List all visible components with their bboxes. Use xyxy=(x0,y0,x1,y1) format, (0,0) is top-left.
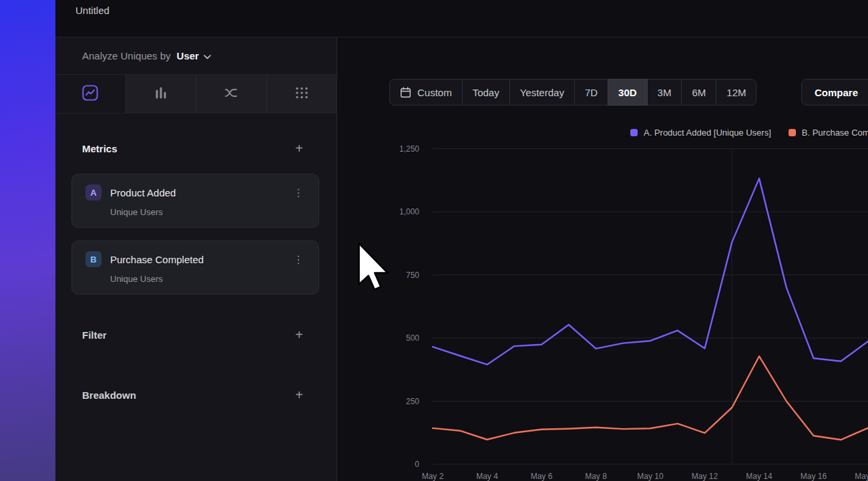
svg-text:May 16: May 16 xyxy=(801,472,827,481)
metrics-title: Metrics xyxy=(82,143,118,154)
compare-label: Compare xyxy=(815,87,858,98)
legend-item[interactable]: B. Purchase Completed [Unique Users] xyxy=(789,128,868,138)
analyze-label: Analyze Uniques by xyxy=(82,50,171,61)
add-metric-button[interactable]: + xyxy=(292,142,306,155)
svg-text:May 2: May 2 xyxy=(422,472,444,481)
kebab-menu-icon[interactable]: ⋮ xyxy=(288,186,309,199)
svg-text:500: 500 xyxy=(406,333,419,343)
svg-text:May 4: May 4 xyxy=(476,472,498,481)
legend-item[interactable]: A. Product Added [Unique Users] xyxy=(630,128,771,138)
svg-text:1,000: 1,000 xyxy=(399,207,419,216)
date-range-custom[interactable]: Custom xyxy=(389,79,463,106)
metric-title: Product Added xyxy=(110,187,288,198)
sidebar-section-header: Filter + xyxy=(55,327,337,343)
chevron-down-icon xyxy=(204,50,211,62)
retention-icon xyxy=(294,86,309,103)
sidebar-section-title: Filter xyxy=(82,329,107,341)
metric-card-list: A Product Added ⋮ Unique Users B Purchas… xyxy=(71,174,319,295)
report-title[interactable]: Untitled xyxy=(75,5,110,16)
svg-text:750: 750 xyxy=(406,271,419,280)
metric-subtitle: Unique Users xyxy=(110,207,309,217)
chart-legend: A. Product Added [Unique Users]B. Purcha… xyxy=(630,128,868,138)
svg-text:May 14: May 14 xyxy=(746,472,773,481)
legend-swatch xyxy=(789,129,796,136)
date-range-today[interactable]: Today xyxy=(462,79,510,106)
svg-text:0: 0 xyxy=(415,460,419,469)
svg-text:May 10: May 10 xyxy=(637,472,664,481)
insights-icon xyxy=(81,84,99,104)
sidebar-section-title: Breakdown xyxy=(82,389,136,401)
date-range-3m[interactable]: 3M xyxy=(647,79,682,106)
tab-funnels[interactable] xyxy=(126,75,196,113)
svg-text:1,250: 1,250 xyxy=(399,144,419,154)
svg-text:May 12: May 12 xyxy=(692,472,718,481)
tab-insights[interactable] xyxy=(55,75,126,113)
main-panel: 02505007501,0001,250May 2May 4May 6May 8… xyxy=(337,37,868,481)
legend-label: B. Purchase Completed [Unique Users] xyxy=(802,128,868,138)
metric-letter-badge: B xyxy=(85,251,101,267)
legend-label: A. Product Added [Unique Users] xyxy=(644,128,771,138)
sidebar-section-header: Breakdown + xyxy=(55,387,337,403)
metric-letter-badge: A xyxy=(85,184,101,200)
add-filter-button[interactable]: + xyxy=(292,328,306,341)
flows-icon xyxy=(224,86,238,103)
compare-button[interactable]: Compare xyxy=(801,79,868,106)
funnels-icon xyxy=(154,86,168,103)
analyze-entity-dropdown[interactable]: User xyxy=(177,50,211,62)
analyze-entity-value: User xyxy=(177,50,199,61)
metric-card[interactable]: B Purchase Completed ⋮ Unique Users xyxy=(71,240,319,295)
legend-swatch xyxy=(630,129,638,136)
metric-card[interactable]: A Product Added ⋮ Unique Users xyxy=(71,174,319,228)
sidebar: Analyze Uniques by User Metrics + A Prod… xyxy=(55,37,337,481)
metrics-section-header: Metrics + xyxy=(55,140,337,156)
date-range-12m[interactable]: 12M xyxy=(716,79,756,106)
svg-text:May 18: May 18 xyxy=(855,472,868,481)
date-range-6m[interactable]: 6M xyxy=(681,79,716,106)
tab-flows[interactable] xyxy=(196,75,266,113)
add-breakdown-button[interactable]: + xyxy=(292,388,306,402)
metric-subtitle: Unique Users xyxy=(110,274,309,284)
svg-text:May 6: May 6 xyxy=(531,472,553,481)
svg-text:250: 250 xyxy=(406,397,419,406)
date-range-7d[interactable]: 7D xyxy=(574,79,608,106)
svg-text:May 8: May 8 xyxy=(585,472,607,481)
top-header: Untitled xyxy=(55,0,868,37)
date-range-30d[interactable]: 30D xyxy=(608,79,648,106)
kebab-menu-icon[interactable]: ⋮ xyxy=(288,253,309,266)
date-range-selector: CustomTodayYesterday7D30D3M6M12M xyxy=(389,79,756,106)
calendar-icon xyxy=(400,87,411,98)
app-window: Untitled Analyze Uniques by User Metrics… xyxy=(0,0,868,481)
date-range-yesterday[interactable]: Yesterday xyxy=(509,79,575,106)
accent-gradient-strip xyxy=(0,0,55,481)
analyze-row: Analyze Uniques by User xyxy=(55,37,337,75)
report-type-tabs xyxy=(55,75,337,114)
metric-title: Purchase Completed xyxy=(110,254,288,265)
tab-retention[interactable] xyxy=(266,75,337,113)
